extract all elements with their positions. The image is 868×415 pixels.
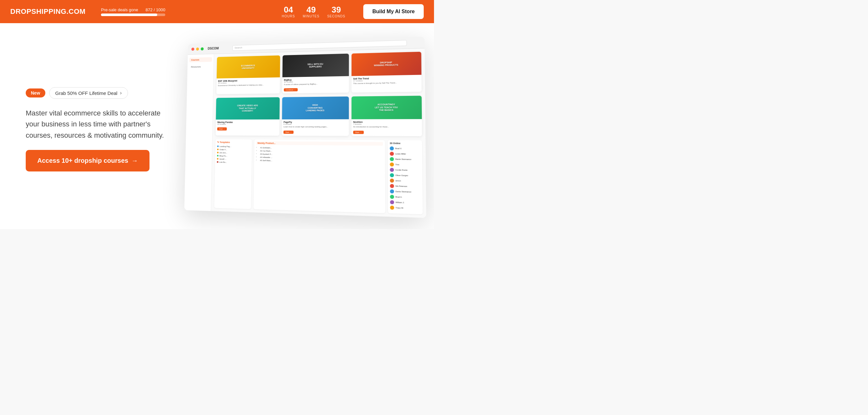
mockup-search-placeholder: Search xyxy=(235,46,242,49)
course-reviews-5: 6 reviews xyxy=(283,123,347,125)
window-minimize-dot xyxy=(196,47,199,51)
course-continue-btn-2[interactable]: Continue → xyxy=(284,88,298,91)
pencil-icon: ✎ xyxy=(217,141,219,144)
course-card-body-3: Sell The Trend 17 reviews This course is… xyxy=(351,75,422,87)
course-img-text-6: ACCOUNTINGYLET US TEACH YOUTHE BASICS xyxy=(374,102,399,113)
sidebar-courses[interactable]: Courses xyxy=(189,57,212,62)
hero-left: New Grab 50% OFF Lifetime Deal › Master … xyxy=(26,87,180,171)
course-card-img-2: SELL WITH EUSUPPLIERS xyxy=(282,54,349,78)
weekly-num-1: * xyxy=(256,147,259,149)
progress-bar-bg xyxy=(101,13,165,16)
countdown-hours: 04 HOURS xyxy=(282,5,295,18)
template-item-6[interactable]: Link Bu... xyxy=(217,160,250,164)
template-dot-6 xyxy=(217,161,219,163)
templates-label: Templates xyxy=(220,141,230,144)
logo: DROPSHIPPING.COM xyxy=(10,7,86,16)
arrow-right-icon: → xyxy=(131,157,138,165)
course-card-6: ACCOUNTINGYLET US TEACH YOUTHE BASICS Ne… xyxy=(351,95,422,136)
template-dot-2 xyxy=(217,149,219,150)
template-dot-4 xyxy=(217,155,219,157)
weekly-label-1: #1 Exfoliatin... xyxy=(260,147,272,149)
weekly-label-4: #4 Inflatable ... xyxy=(260,156,272,158)
username-6: Oliver Gorgev xyxy=(396,174,408,176)
countdown-minutes: 49 MINUTES xyxy=(303,5,319,18)
weekly-label-2: #2 Car Back... xyxy=(260,150,272,152)
hours-value: 04 xyxy=(282,5,295,14)
course-card-2: SELL WITH EUSUPPLIERS BigBuy 30 reviews … xyxy=(282,54,349,93)
course-desc-1: Ecommerce University is dedicated to hel… xyxy=(218,84,278,87)
avatar-6 xyxy=(390,173,394,177)
course-card-img-1: ECOMMERCEUNIVERSITY xyxy=(217,55,280,79)
lifetime-deal-label: Grab 50% OFF Lifetime Deal xyxy=(55,90,117,96)
template-label-5: Upsell ... xyxy=(219,158,226,160)
window-close-dot xyxy=(191,48,194,51)
hours-label: HOURS xyxy=(282,14,295,18)
dashboard-mockup: DSCOM Search Courses Resources xyxy=(184,37,426,218)
badge-row: New Grab 50% OFF Lifetime Deal › xyxy=(26,87,180,99)
username-1: Brad V. xyxy=(395,147,402,149)
mockup-body: Courses Resources ECOMMERCEUNIVERSITY xyxy=(184,48,426,218)
username-12: Tracy W. xyxy=(396,207,403,209)
avatar-2 xyxy=(390,151,394,156)
access-courses-button[interactable]: Access 10+ dropship courses → xyxy=(26,150,150,172)
username-7: simon xyxy=(396,179,401,182)
course-desc-3: This course is brought to you by Sell Th… xyxy=(353,81,420,85)
template-dot-3 xyxy=(217,152,219,153)
online-user-6: Oliver Gorgev xyxy=(390,172,421,178)
template-dot-5 xyxy=(217,158,219,159)
online-user-1: Brad V. xyxy=(390,146,420,151)
course-start-btn-4[interactable]: Start → xyxy=(217,127,227,130)
mockup-bottom: ✎ Templates Landing Pag... Order F... xyxy=(214,139,423,214)
progress-bar-fill xyxy=(101,13,157,16)
minutes-label: MINUTES xyxy=(303,14,319,18)
courses-grid-row2: CREATE VIDEO ADSTHAT ACTUALLYCONVERT! Wa… xyxy=(216,95,422,136)
weekly-num-5: * xyxy=(256,159,259,161)
course-img-text-3: DROPSHIPWINNING PRODUCTS xyxy=(373,60,400,68)
template-label-2: Order F... xyxy=(220,149,227,151)
avatar-1 xyxy=(390,146,394,151)
lifetime-deal-button[interactable]: Grab 50% OFF Lifetime Deal › xyxy=(49,87,128,99)
build-store-button[interactable]: Build My AI Store xyxy=(363,4,424,19)
weekly-num-3: * xyxy=(256,153,259,155)
course-card-img-3: DROPSHIPWINNING PRODUCTS xyxy=(351,52,422,76)
presale-label: Pre-sale deals gone 872 / 1000 xyxy=(101,7,165,12)
course-reviews-6: 7 lessons xyxy=(353,123,420,125)
seconds-value: 39 xyxy=(327,5,345,14)
hero-section: New Grab 50% OFF Lifetime Deal › Master … xyxy=(0,23,434,229)
course-img-text-1: ECOMMERCEUNIVERSITY xyxy=(240,63,256,71)
weekly-label-3: #3 Eyelash F... xyxy=(260,153,272,155)
avatar-5 xyxy=(390,168,394,172)
course-card-body-4: Waving Pandas 10 reviews Start → xyxy=(216,119,280,132)
avatar-3 xyxy=(390,157,394,161)
template-label-1: Landing Pag... xyxy=(220,145,231,147)
sidebar-resources[interactable]: Resources xyxy=(189,64,212,69)
course-card-img-6: ACCOUNTINGYLET US TEACH YOUTHE BASICS xyxy=(351,95,422,119)
mockup-main: ECOMMERCEUNIVERSITY BSF 100k Blueprint 2… xyxy=(211,48,426,218)
course-card-body-1: BSF 100k Blueprint 20 reviews Ecommerce … xyxy=(216,77,280,88)
presale-text: Pre-sale deals gone xyxy=(101,7,138,12)
course-card-img-4: CREATE VIDEO ADSTHAT ACTUALLYCONVERT! xyxy=(216,97,280,120)
course-start-btn-5[interactable]: Start → xyxy=(283,130,294,134)
mockup-logo: DSCOM xyxy=(208,47,219,50)
presale-count: 872 / 1000 xyxy=(146,7,165,12)
username-10: Brad A. xyxy=(396,196,402,198)
online-users-panel: 30 Online Brad V. Lewis Miller xyxy=(388,140,423,214)
access-courses-label: Access 10+ dropship courses xyxy=(37,157,128,165)
username-2: Lewis Miller xyxy=(395,153,406,155)
header: DROPSHIPPING.COM Pre-sale deals gone 872… xyxy=(0,0,434,23)
weekly-label-5: #5 Self Wats... xyxy=(260,159,272,161)
avatar-9 xyxy=(390,189,394,194)
online-user-5: Cordie Runte xyxy=(390,167,421,173)
course-card-body-5: PageFly 6 reviews Learn how to create hi… xyxy=(282,119,349,136)
username-11: William J. xyxy=(396,201,404,203)
seconds-label: SECONDS xyxy=(327,14,345,18)
templates-header: ✎ Templates xyxy=(217,141,250,144)
course-card-body-2: BigBuy 30 reviews A series of videos pre… xyxy=(282,76,349,94)
online-user-7: simon xyxy=(390,178,421,184)
template-label-4: Blog Po... xyxy=(219,155,227,157)
course-start-btn-6[interactable]: Start → xyxy=(353,130,364,134)
username-4: Tina xyxy=(396,164,399,165)
hero-right: DSCOM Search Courses Resources xyxy=(193,46,408,213)
online-user-2: Lewis Miller xyxy=(390,151,420,157)
avatar-12 xyxy=(390,206,394,210)
